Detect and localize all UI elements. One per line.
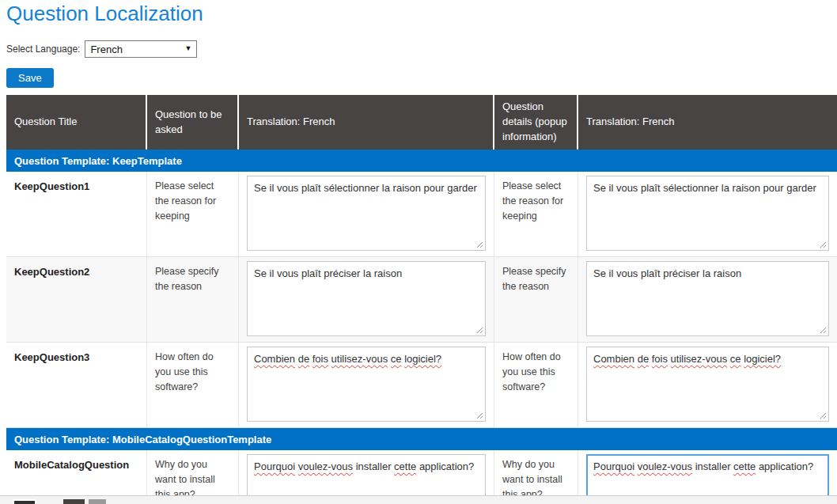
question-text-cell: Please select the reason for keeping	[147, 172, 239, 256]
textarea-text: Combien de fois utilisez-vous ce logicie…	[593, 353, 781, 365]
details-translation-cell: Se il vous plaît préciser la raison	[578, 257, 837, 342]
details-translation-textarea[interactable]: Combien de fois utilisez-vous ce logicie…	[586, 347, 829, 422]
translation-textarea[interactable]: Combien de fois utilisez-vous ce logicie…	[247, 347, 486, 422]
details-text-cell: Please specify the reason	[494, 257, 578, 342]
details-translation-textarea[interactable]: Se il vous plaît préciser la raison	[586, 261, 829, 336]
question-title-cell: KeepQuestion1	[6, 172, 147, 256]
header-translation-2: Translation: French	[578, 95, 837, 150]
textarea-text: Pourquoi voulez-vous installer cette app…	[593, 460, 813, 472]
translation-cell: Se il vous plaît sélectionner la raison …	[239, 172, 494, 256]
textarea-text: Pourquoi voulez-vous installer cette app…	[254, 460, 474, 472]
details-translation-cell: Se il vous plaît sélectionner la raison …	[578, 172, 837, 256]
resize-handle-icon[interactable]	[820, 412, 827, 419]
question-text-cell: How often do you use this software?	[147, 343, 239, 427]
resize-handle-icon[interactable]	[476, 241, 483, 248]
resize-handle-icon[interactable]	[476, 412, 483, 419]
save-button[interactable]: Save	[6, 68, 54, 88]
language-select-wrap: French ▼	[85, 40, 197, 58]
header-question-details: Question details (popup information)	[494, 95, 578, 150]
taskbar-item[interactable]	[63, 499, 85, 504]
section-header-keeptemplate: Question Template: KeepTemplate	[6, 150, 837, 172]
resize-handle-icon[interactable]	[820, 241, 827, 248]
taskbar-item[interactable]	[89, 499, 106, 504]
textarea-text: Combien de fois utilisez-vous ce logicie…	[254, 353, 441, 365]
language-select[interactable]: French	[85, 40, 197, 58]
textarea-text: Se il vous plaît sélectionner la raison …	[593, 182, 816, 194]
textarea-text: Se il vous plaît préciser la raison	[593, 267, 741, 279]
header-translation-1: Translation: French	[239, 95, 494, 150]
resize-handle-icon[interactable]	[476, 327, 483, 334]
language-row: Select Language: French ▼	[6, 40, 837, 58]
details-translation-cell: Combien de fois utilisez-vous ce logicie…	[578, 343, 837, 427]
page-title: Question Localization	[6, 2, 837, 26]
page: Question Localization Select Language: F…	[0, 0, 837, 504]
details-text-cell: How often do you use this software?	[494, 343, 578, 427]
taskbar-item[interactable]	[13, 499, 36, 504]
table-header-row: Question Title Question to be asked Tran…	[6, 95, 837, 150]
question-title-cell: KeepQuestion2	[6, 257, 147, 342]
section-header-mobilecatalog: Question Template: MobileCatalogQuestion…	[6, 428, 837, 450]
header-question-asked: Question to be asked	[147, 95, 239, 150]
language-label: Select Language:	[6, 44, 80, 55]
question-text-cell: Please specify the reason	[147, 257, 239, 342]
question-title-cell: KeepQuestion3	[6, 343, 147, 427]
localization-table: Question Title Question to be asked Tran…	[6, 95, 837, 504]
details-translation-textarea[interactable]: Se il vous plaît sélectionner la raison …	[586, 176, 829, 251]
textarea-text: Se il vous plaît préciser la raison	[254, 267, 402, 279]
header-question-title: Question Title	[6, 95, 147, 150]
resize-handle-icon[interactable]	[820, 327, 827, 334]
textarea-text: Se il vous plaît sélectionner la raison …	[254, 182, 477, 194]
translation-cell: Combien de fois utilisez-vous ce logicie…	[239, 343, 494, 427]
table-row: KeepQuestion1 Please select the reason f…	[6, 172, 837, 257]
taskbar	[0, 495, 837, 504]
table-row: KeepQuestion2 Please specify the reason …	[6, 257, 837, 343]
translation-cell: Se il vous plaît préciser la raison	[239, 257, 494, 342]
table-row: KeepQuestion3 How often do you use this …	[6, 343, 837, 428]
details-text-cell: Please select the reason for keeping	[494, 172, 578, 256]
translation-textarea[interactable]: Se il vous plaît préciser la raison	[247, 261, 486, 336]
translation-textarea[interactable]: Se il vous plaît sélectionner la raison …	[247, 176, 486, 251]
